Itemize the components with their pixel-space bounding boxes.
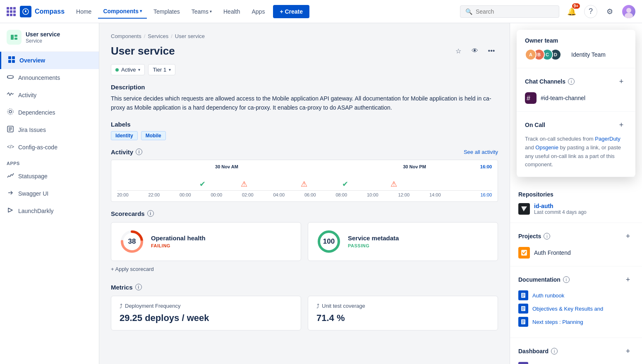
tier-arrow-icon: ▾ [169, 67, 171, 72]
svg-point-11 [7, 109, 13, 115]
sidebar-label-launchdarkly: LaunchDarkly [18, 208, 54, 214]
sidebar: User service Service Overview Announceme… [0, 23, 99, 364]
nav-components[interactable]: Components ▾ [98, 5, 147, 19]
metric-deployment-value: 29.25 deploys / week [120, 313, 292, 323]
nav-apps[interactable]: Apps [247, 5, 270, 18]
labels-row: Identity Mobile [111, 131, 498, 140]
nav-home[interactable]: Home [71, 5, 96, 18]
documentation-add-button[interactable]: + [622, 274, 634, 285]
sidebar-nav-launchdarkly[interactable]: LaunchDarkly [0, 202, 99, 220]
sidebar-nav-dependencies[interactable]: Dependencies [0, 104, 99, 121]
star-button[interactable]: ☆ [452, 44, 465, 57]
svg-point-1 [626, 8, 631, 13]
breadcrumb-current: User service [175, 33, 205, 39]
chat-channels-header: Chat Channels i + [525, 76, 627, 87]
metrics-info-icon[interactable]: i [135, 284, 142, 290]
scorecards-info-icon[interactable]: i [147, 210, 154, 217]
breadcrumb-sep-1: / [144, 33, 146, 39]
chat-add-button[interactable]: + [616, 76, 627, 87]
sidebar-apps-section: APPS [0, 156, 99, 168]
team-row: A B C D Identity Team [525, 49, 627, 60]
event-warning-2: ⚠ [301, 180, 307, 189]
pagerduty-link[interactable]: PagerDuty [595, 136, 620, 142]
metric-card-coverage[interactable]: ⤴ Unit test coverage 71.4 % [308, 296, 498, 330]
sidebar-nav-overview[interactable]: Overview [0, 52, 99, 69]
dashboard-icon [518, 362, 528, 364]
grid-icon [7, 7, 16, 16]
projects-info-icon[interactable]: i [544, 233, 550, 239]
app-logo[interactable]: Compass [7, 6, 65, 17]
activity-info-icon[interactable]: i [136, 148, 142, 155]
apply-scorecard-btn[interactable]: + Apply scorecard [111, 263, 498, 275]
dashboard-add-button[interactable]: + [622, 345, 634, 357]
chat-channels-section: Chat Channels i + # #id-team-channel [517, 68, 635, 112]
sidebar-nav-statuspage[interactable]: Statuspage [0, 168, 99, 185]
notification-badge: 9+ [572, 3, 580, 9]
label-mobile[interactable]: Mobile [141, 131, 166, 140]
channel-name[interactable]: #id-team-channel [541, 95, 585, 101]
event-warning-3: ⚠ [390, 180, 397, 189]
svg-rect-7 [12, 56, 15, 59]
sidebar-nav-jira[interactable]: Jira Issues [0, 121, 99, 139]
documentation-info-icon[interactable]: i [563, 276, 570, 283]
scorecards-grid: 38 Operational health FAILING 100 [111, 222, 498, 261]
dashboard-header: Dashboard i + [518, 345, 634, 357]
dashboard-section: Dashboard i + App screens for Bancly Aut… [510, 338, 642, 364]
create-button[interactable]: + Create [273, 5, 309, 18]
settings-button[interactable]: ⚙ [603, 5, 616, 18]
nav-templates[interactable]: Templates [149, 5, 185, 18]
user-avatar[interactable] [622, 5, 635, 18]
sidebar-nav-activity[interactable]: Activity [0, 86, 99, 104]
breadcrumb-services[interactable]: Services [148, 33, 168, 39]
search-input[interactable] [476, 8, 550, 15]
documentation-header: Documentation i + [518, 274, 634, 285]
main-content: Components / Services / User service Use… [99, 23, 510, 364]
project-row: Auth Frontend [518, 247, 634, 259]
doc-row-2: Objectives & Key Results and [518, 304, 634, 314]
oncall-add-button[interactable]: + [616, 119, 627, 131]
more-button[interactable]: ••• [485, 44, 498, 57]
opsgenie-link[interactable]: Opsgenie [535, 144, 558, 151]
ellipsis-icon: ••• [488, 47, 495, 55]
on-call-description: Track on-call schedules from PagerDuty a… [525, 135, 627, 169]
watch-button[interactable]: 👁 [468, 44, 481, 57]
help-button[interactable]: ? [584, 5, 597, 18]
label-identity[interactable]: Identity [111, 131, 138, 140]
star-icon: ☆ [455, 47, 461, 55]
repo-name[interactable]: id-auth [534, 203, 587, 209]
sidebar-nav-swagger[interactable]: Swagger UI [0, 185, 99, 202]
tier-badge[interactable]: Tier 1 ▾ [148, 64, 175, 75]
sidebar-nav-config[interactable]: </> Config-as-code [0, 139, 99, 156]
projects-header: Projects i + [518, 230, 634, 242]
dashboard-info-icon[interactable]: i [551, 348, 558, 354]
doc-name-2[interactable]: Objectives & Key Results and [532, 306, 603, 312]
event-success-1: ✔ [199, 180, 206, 189]
description-title: Description [111, 84, 498, 91]
doc-name-3[interactable]: Next steps : Planning [532, 319, 583, 325]
see-all-activity-link[interactable]: See all activity [464, 149, 498, 155]
nav-teams[interactable]: Teams ▾ [187, 5, 217, 18]
nav-health[interactable]: Health [218, 5, 245, 18]
project-name[interactable]: Auth Frontend [534, 249, 571, 256]
owner-team-name[interactable]: Identity Team [571, 51, 606, 58]
chat-channels-title: Chat Channels [525, 78, 565, 85]
breadcrumb-components[interactable]: Components [111, 33, 141, 39]
sidebar-nav-announcements[interactable]: Announcements [0, 69, 99, 86]
status-badge[interactable]: Active ▾ [111, 64, 145, 75]
main-layout: User service Service Overview Announceme… [0, 23, 642, 364]
scorecard-passing[interactable]: 100 Service metadata PASSING [308, 222, 498, 261]
description-section: Description This service decides which r… [111, 84, 498, 113]
owner-popup: Owner team A B C D Identity Team Chat C [517, 30, 635, 177]
metric-card-deployment[interactable]: ⤴ Deployment Frequency 29.25 deploys / w… [111, 296, 301, 330]
notifications-button[interactable]: 🔔 9+ [565, 5, 578, 18]
doc-name-1[interactable]: Auth runbook [532, 292, 564, 299]
doc-icon-1 [518, 290, 528, 300]
metric-deployment-label: ⤴ Deployment Frequency [120, 303, 292, 309]
chat-channels-info-icon[interactable]: i [568, 78, 575, 85]
repos-title: Repositories [518, 191, 553, 198]
projects-add-button[interactable]: + [622, 230, 634, 242]
swagger-icon [7, 189, 14, 198]
doc-row-3: Next steps : Planning [518, 317, 634, 327]
search-box[interactable]: 🔍 [460, 5, 559, 18]
scorecard-failing[interactable]: 38 Operational health FAILING [111, 222, 301, 261]
